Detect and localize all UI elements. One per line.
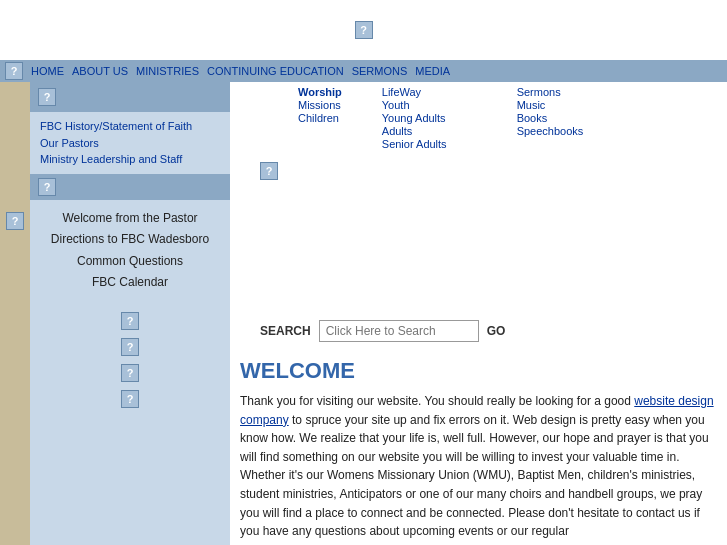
continuing-ed-adults[interactable]: Adults [382,125,447,137]
sidebar-icon-buttons: ? ? ? ? [30,302,230,418]
page-wrapper: ? ? HOME ABOUT US MINISTRIES CONTINUING … [0,0,727,545]
media-sermons[interactable]: Sermons [517,86,584,98]
continuing-ed-senior[interactable]: Senior Adults [382,138,447,150]
media-books[interactable]: Books [517,112,584,124]
sidebar-icon-2[interactable]: ? [121,338,139,356]
media-music[interactable]: Music [517,99,584,111]
about-submenu-pastors[interactable]: Our Pastors [40,135,220,152]
content-image: ? [260,162,278,180]
search-label: SEARCH [260,324,311,338]
continuing-ed-col: LifeWay Youth Young Adults Adults Senior… [382,86,447,150]
sidebar-icon-4[interactable]: ? [121,390,139,408]
far-left-icon: ? [6,212,24,230]
continuing-ed-young-adults[interactable]: Young Adults [382,112,447,124]
continuing-ed-lifeway[interactable]: LifeWay [382,86,447,98]
sidebar-icon-3[interactable]: ? [121,364,139,382]
about-submenu-history[interactable]: FBC History/Statement of Faith [40,118,220,135]
nav-sermons[interactable]: SERMONS [352,65,408,77]
welcome-section: WELCOME Thank you for visiting our websi… [230,352,727,545]
welcome-heading: WELCOME [240,358,717,384]
ministries-col-children[interactable]: Children [298,112,342,124]
ministries-col-worship[interactable]: Worship [298,86,342,98]
welcome-body-1: Thank you for visiting our website. You … [240,394,634,408]
sidebar-nav-links: Welcome from the Pastor Directions to FB… [30,200,230,302]
nav-home[interactable]: HOME [31,65,64,77]
sidebar-top-section: ? [30,82,230,112]
sidebar-faq[interactable]: Common Questions [40,251,220,273]
nav-media[interactable]: MEDIA [415,65,450,77]
content-nav-cols: Worship Missions Children LifeWay Youth … [230,82,727,152]
ministries-col-missions[interactable]: Missions [298,99,342,111]
sidebar-logo: ? [38,88,56,106]
ministries-col: Worship Missions Children [298,86,342,124]
media-col: Sermons Music Books Speechbooks [517,86,584,137]
top-banner: ? [0,0,727,60]
welcome-body-2: to spruce your site up and fix errors on… [240,413,709,539]
about-submenu: FBC History/Statement of Faith Our Pasto… [30,112,230,172]
sidebar-calendar[interactable]: FBC Calendar [40,272,220,294]
nav-ministries[interactable]: MINISTRIES [136,65,199,77]
search-input[interactable] [319,320,479,342]
far-left-strip: ? [0,82,30,545]
search-row: SEARCH GO [230,310,727,352]
logo-image: ? [355,21,373,39]
sidebar-icon-1[interactable]: ? [121,312,139,330]
main-body: ? ? FBC History/Statement of Faith Our P… [0,82,727,545]
sidebar-welcome[interactable]: Welcome from the Pastor [40,208,220,230]
sidebar: ? FBC History/Statement of Faith Our Pas… [30,82,230,545]
continuing-ed-youth[interactable]: Youth [382,99,447,111]
media-speechbooks[interactable]: Speechbooks [517,125,584,137]
content-spacer [230,190,727,310]
welcome-text: Thank you for visiting our website. You … [240,392,717,541]
sidebar-directions[interactable]: Directions to FBC Wadesboro [40,229,220,251]
nav-about[interactable]: ABOUT US [72,65,128,77]
sidebar-section-1: ? [30,174,230,200]
search-go-button[interactable]: GO [487,324,506,338]
nav-bar: ? HOME ABOUT US MINISTRIES CONTINUING ED… [0,60,727,82]
sidebar-section-icon: ? [38,178,56,196]
about-submenu-staff[interactable]: Ministry Leadership and Staff [40,151,220,168]
content-area: Worship Missions Children LifeWay Youth … [230,82,727,545]
content-image-area: ? [230,152,727,190]
nav-logo: ? [5,62,23,80]
nav-continuing-ed[interactable]: CONTINUING EDUCATION [207,65,344,77]
